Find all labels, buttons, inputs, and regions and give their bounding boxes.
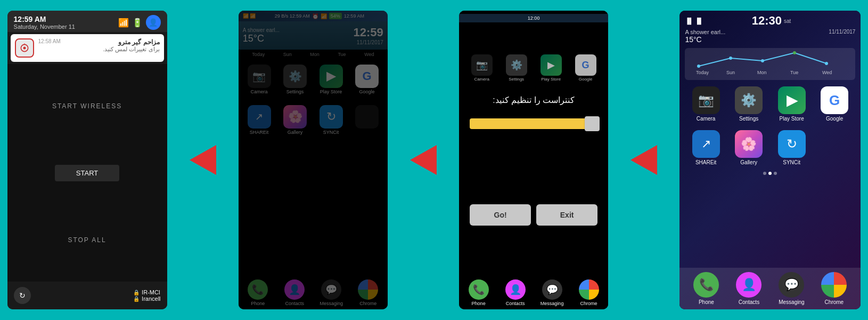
sm-playstore-icon: ▶ — [541, 54, 562, 76]
page-dot-3 — [774, 172, 777, 175]
notification-card[interactable]: 12:58 AM مزاحم گیر مترو برای تغییرات لمس… — [11, 34, 164, 62]
sm-playstore-label: Play Store — [541, 77, 561, 82]
s3-contacts-label: Contacts — [506, 301, 525, 306]
exit-button[interactable]: Exit — [536, 204, 597, 226]
dialog-spacer — [459, 137, 608, 196]
sm-playstore: ▶ Play Store — [541, 54, 562, 82]
go-button[interactable]: Go! — [470, 204, 531, 226]
svg-text:Mon: Mon — [757, 70, 767, 75]
temperature-chart: Today Sun Mon Tue Wed — [688, 47, 852, 77]
sm-settings-label: Settings — [509, 77, 524, 82]
network2-name: Irancell — [142, 295, 160, 302]
screen3-top-apps: 📷 Camera ⚙️ Settings ▶ Play Store G Goog… — [459, 49, 608, 87]
screen3-content: 12:00 📷 Camera ⚙️ Settings ▶ Play Store … — [459, 11, 608, 309]
screen4-home-full: ▐▌ ▐▌ 12:30 sat A shower earl... 15°C 11… — [679, 11, 861, 309]
dialog-title: کنتراست را تنظیم کنید: — [459, 87, 608, 110]
s4-phone-label: Phone — [699, 299, 714, 305]
s3-chrome-icon — [579, 279, 599, 300]
screen1-statusbar: 12:59 AM Saturday, November 11 📶 🔋 👤 — [7, 11, 167, 32]
user-avatar: 👤 — [146, 15, 161, 30]
s4-day: sat — [784, 18, 791, 24]
notif-title: مزاحم گیر مترو — [118, 38, 160, 46]
network1-name: IR-MCI — [142, 289, 160, 295]
s3-phone-label: Phone — [472, 301, 486, 306]
s4-playstore[interactable]: ▶ Play Store — [772, 86, 812, 122]
screen2-home-dim: 📶 📶 29 B/s 12:59 AM ⏰ 📶 54% 12:59 AM A s… — [239, 11, 388, 309]
s4-camera[interactable]: 📷 Camera — [686, 86, 726, 122]
sm-camera-icon: 📷 — [471, 54, 493, 76]
s4-dock-contacts[interactable]: 👤 Contacts — [728, 272, 769, 305]
start-wireless-label[interactable]: START WIRELESS — [52, 102, 122, 110]
svg-point-7 — [825, 62, 828, 65]
page-dot-1 — [763, 172, 766, 175]
screen3-top-status: 12:00 — [459, 11, 608, 22]
sm-google-label: Google — [579, 77, 593, 82]
s3-dock-phone[interactable]: 📞 Phone — [461, 279, 496, 306]
notif-body: برای تغییرات لمس کنید. — [38, 46, 160, 53]
screen1-date: Saturday, November 11 — [14, 23, 75, 30]
s4-contacts-label: Contacts — [739, 299, 759, 305]
screen4-content: ▐▌ ▐▌ 12:30 sat A shower earl... 15°C 11… — [679, 11, 861, 309]
s4-shareit-label: SHAREit — [695, 159, 716, 165]
screen1-bottom: ↻ 🔒 IR-MCI 🔒 Irancell — [7, 282, 167, 309]
svg-point-4 — [729, 57, 732, 60]
s4-bottom-dock: 📞 Phone 👤 Contacts 💬 Messaging Chrome — [679, 268, 861, 309]
s4-weather-info: A shower earl... 15°C — [685, 29, 725, 44]
s4-settings[interactable]: ⚙️ Settings — [729, 86, 769, 122]
refresh-icon[interactable]: ↻ — [14, 287, 31, 304]
page-indicator — [679, 170, 861, 177]
s4-app-grid-row1: 📷 Camera ⚙️ Settings ▶ Play Store G Goog… — [679, 82, 861, 126]
s3-messaging-label: Messaging — [541, 301, 564, 306]
s4-weather-desc: A shower earl... — [685, 29, 725, 35]
arrow3 — [623, 145, 665, 175]
s4-shareit[interactable]: ↗ SHAREit — [686, 130, 726, 165]
s4-status-center: 12:30 sat — [752, 14, 791, 28]
s3-dock-chrome[interactable]: Chrome — [571, 279, 606, 306]
svg-text:Sun: Sun — [726, 70, 735, 75]
s4-dock-messaging[interactable]: 💬 Messaging — [771, 272, 812, 305]
notif-time: 12:58 AM — [38, 38, 61, 46]
s4-contacts-icon: 👤 — [736, 272, 761, 298]
sm-settings-icon: ⚙️ — [506, 54, 527, 76]
arrow2 — [402, 145, 445, 175]
wifi-icon: 📶 — [118, 18, 129, 28]
s4-chrome-icon — [821, 272, 847, 298]
sm-google: G Google — [575, 54, 596, 82]
s4-week-chart: Today Sun Mon Tue Wed — [685, 48, 855, 80]
slider-thumb[interactable] — [585, 116, 600, 131]
s3-dock-contacts[interactable]: 👤 Contacts — [498, 279, 533, 306]
screen1-notification: 12:59 AM Saturday, November 11 📶 🔋 👤 12:… — [7, 11, 167, 309]
s4-signal2: ▐▌ — [695, 18, 703, 24]
screen1-time: 12:59 AM — [14, 15, 75, 23]
s3-phone-icon: 📞 — [469, 279, 489, 300]
s4-playstore-icon: ▶ — [778, 86, 806, 114]
start-button[interactable]: START — [55, 165, 119, 181]
s4-camera-icon: 📷 — [692, 86, 720, 114]
s4-syncit[interactable]: ↻ SYNCit — [772, 130, 812, 165]
notif-app-icon — [15, 38, 34, 58]
arrow-left-icon — [190, 145, 216, 175]
sm-camera: 📷 Camera — [471, 54, 493, 82]
svg-point-3 — [697, 65, 700, 68]
arrow1 — [182, 145, 224, 175]
notif-text: 12:58 AM مزاحم گیر مترو برای تغییرات لمس… — [38, 38, 160, 53]
s3-dock-messaging[interactable]: 💬 Messaging — [535, 279, 569, 306]
arrow-left-icon-2 — [410, 145, 437, 175]
svg-text:Wed: Wed — [822, 70, 832, 75]
screen3-statusbar-text: 12:00 — [528, 15, 540, 21]
slider-track — [470, 118, 597, 129]
screen4-statusbar: ▐▌ ▐▌ 12:30 sat — [679, 11, 861, 29]
s4-date: 11/11/2017 — [829, 29, 855, 35]
dialog-buttons: Go! Exit — [459, 196, 608, 234]
s4-dock-chrome[interactable]: Chrome — [814, 272, 854, 305]
contrast-slider[interactable] — [459, 110, 608, 137]
s4-gallery[interactable]: 🌸 Gallery — [729, 130, 769, 165]
s4-syncit-label: SYNCit — [783, 159, 800, 165]
s4-google[interactable]: G Google — [815, 86, 855, 122]
stop-all-label[interactable]: STOP ALL — [68, 236, 106, 244]
s4-temp: 15°C — [685, 35, 725, 44]
s4-messaging-icon: 💬 — [779, 272, 804, 298]
s3-messaging-icon: 💬 — [542, 279, 562, 300]
s4-dock-phone[interactable]: 📞 Phone — [686, 272, 726, 305]
dim-overlay — [239, 11, 388, 309]
